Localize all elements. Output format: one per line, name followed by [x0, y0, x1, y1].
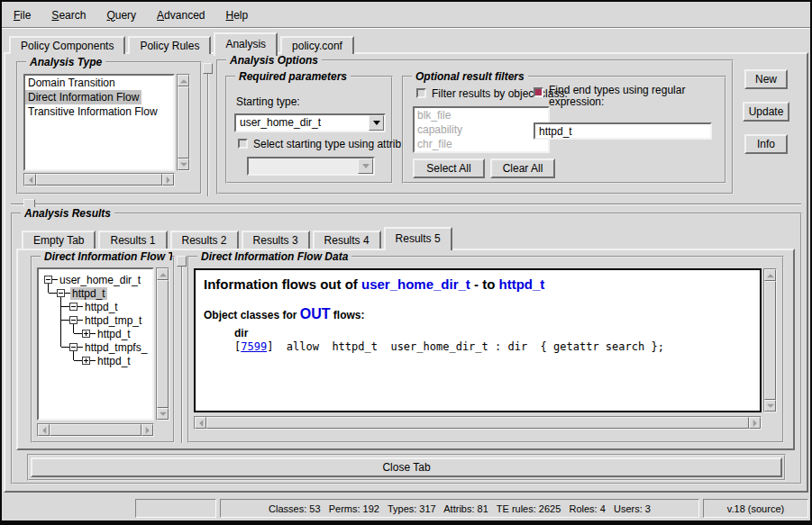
required-parameters-title: Required parameters — [235, 70, 351, 83]
attrib-checkbox-label: Select starting type using attrib: — [253, 139, 404, 150]
analysis-type-vscrollbar[interactable] — [177, 74, 190, 171]
tab-policy-rules[interactable]: Policy Rules — [128, 36, 211, 54]
menu-query[interactable]: Query — [104, 7, 139, 23]
expander-icon[interactable] — [57, 289, 65, 297]
starting-type-value: user_home_dir_t — [236, 115, 369, 131]
attrib-combobox[interactable] — [247, 157, 375, 176]
analysis-type-listbox[interactable]: Domain Transition Direct Information Flo… — [23, 74, 175, 171]
tree-node[interactable]: httpd_t — [39, 354, 152, 367]
flow-data-text[interactable]: Information flows out of user_home_dir_t… — [194, 268, 762, 412]
analysis-type-item[interactable]: Transitive Information Flow — [25, 104, 160, 119]
tree-node[interactable]: httpd_t — [39, 300, 152, 313]
update-button[interactable]: Update — [743, 102, 789, 122]
tab-results-2[interactable]: Results 2 — [170, 231, 239, 249]
flow-heading: Information flows out of user_home_dir_t… — [204, 276, 752, 292]
tab-policy-components[interactable]: Policy Components — [9, 36, 125, 54]
tab-results-1[interactable]: Results 1 — [98, 231, 167, 249]
scroll-right-icon[interactable] — [162, 174, 174, 186]
analysis-type-item[interactable]: Domain Transition — [25, 76, 118, 90]
tab-results-4[interactable]: Results 4 — [313, 231, 381, 249]
object-class-item: capability — [415, 122, 465, 137]
clear-all-button[interactable]: Clear All — [490, 158, 555, 178]
attrib-checkbox[interactable] — [238, 139, 248, 149]
menu-advanced[interactable]: Advanced — [154, 7, 207, 23]
results-sash-handle[interactable] — [177, 256, 187, 267]
analysis-type-item[interactable]: Direct Information Flow — [25, 90, 141, 104]
tree-node[interactable]: httpd_tmp_t — [39, 313, 152, 327]
pane-divider-horizontal — [11, 204, 801, 205]
chevron-down-icon — [358, 158, 373, 174]
analysis-results-title: Analysis Results — [21, 207, 114, 220]
optional-filters-title: Optional result filters — [412, 70, 528, 83]
filter-object-class-checkbox[interactable] — [416, 88, 426, 98]
tab-analysis[interactable]: Analysis — [214, 32, 278, 56]
info-button[interactable]: Info — [744, 134, 788, 154]
tab-policy-conf[interactable]: policy.conf — [280, 36, 354, 54]
tree-node[interactable]: httpd_t — [39, 327, 152, 340]
scroll-thumb[interactable] — [178, 86, 189, 158]
select-all-button[interactable]: Select All — [413, 158, 485, 178]
scroll-right-icon[interactable] — [141, 424, 153, 436]
menu-help[interactable]: Help — [223, 7, 251, 23]
chevron-down-icon[interactable] — [369, 115, 384, 131]
scroll-right-icon[interactable] — [749, 417, 761, 429]
scroll-left-icon[interactable] — [24, 174, 36, 186]
object-classes-line: Object classes for OUT flows: — [204, 306, 752, 322]
expander-icon[interactable] — [82, 330, 90, 338]
scroll-thumb[interactable] — [764, 281, 776, 400]
menu-bar: File Search Query Advanced Help — [2, 4, 810, 26]
starting-type-combobox[interactable]: user_home_dir_t — [234, 113, 386, 132]
data-vscrollbar[interactable] — [763, 268, 777, 412]
menu-search[interactable]: Search — [49, 7, 88, 23]
tree-node[interactable]: httpd_t — [39, 286, 152, 300]
flow-data-title: Direct Information Flow Data — [197, 250, 351, 263]
flow-tree[interactable]: user_home_dir_t httpd_t httpd_t httpd_tm… — [37, 267, 154, 421]
analysis-options-title: Analysis Options — [226, 54, 322, 67]
expander-icon[interactable] — [69, 303, 78, 311]
scroll-up-icon[interactable] — [764, 269, 776, 281]
tab-results-3[interactable]: Results 3 — [242, 231, 310, 249]
expander-icon[interactable] — [82, 357, 90, 365]
tab-results-5[interactable]: Results 5 — [384, 227, 452, 250]
tree-node[interactable]: user_home_dir_t — [39, 273, 152, 286]
flow-tree-title: Direct Information Flow T — [41, 250, 172, 263]
tree-vscrollbar[interactable] — [156, 267, 169, 421]
expander-icon[interactable] — [44, 276, 52, 284]
status-version: v.18 (source) — [703, 499, 808, 518]
scroll-up-icon[interactable] — [178, 75, 189, 86]
analysis-options-panel: Analysis Options Required parameters Sta… — [216, 59, 734, 195]
tree-hscrollbar[interactable] — [37, 423, 154, 437]
tree-node[interactable]: httpd_tmpfs_ — [39, 340, 152, 354]
rule-number-link[interactable]: 7599 — [241, 340, 267, 353]
pane-sash-handle[interactable] — [203, 63, 213, 74]
scroll-down-icon[interactable] — [764, 400, 776, 412]
data-hscrollbar[interactable] — [194, 416, 762, 430]
scroll-thumb[interactable] — [157, 280, 169, 408]
new-button[interactable]: New — [744, 69, 788, 89]
scroll-left-icon[interactable] — [38, 424, 50, 436]
regex-checkbox-row: Find end types using regular expression: — [534, 85, 717, 108]
close-tab-frame: Close Tab — [27, 454, 786, 481]
scroll-thumb[interactable] — [206, 417, 749, 429]
regex-checkbox[interactable] — [534, 87, 543, 97]
analysis-type-hscrollbar[interactable] — [23, 173, 175, 186]
required-parameters-panel: Required parameters Starting type: user_… — [225, 76, 393, 184]
starting-type-label: Starting type: — [236, 95, 300, 108]
scroll-down-icon[interactable] — [157, 408, 169, 420]
expander-icon[interactable] — [69, 343, 78, 351]
scroll-thumb[interactable] — [50, 424, 141, 436]
te-rule-line: [7599] allow httpd_t user_home_dir_t : d… — [234, 340, 752, 353]
object-class-listbox[interactable]: blk_file capability chr_file — [413, 106, 550, 153]
scroll-left-icon[interactable] — [195, 417, 206, 429]
expander-icon[interactable] — [69, 316, 78, 324]
close-tab-button[interactable]: Close Tab — [31, 457, 782, 477]
menu-file[interactable]: File — [11, 7, 33, 23]
regex-input[interactable] — [534, 122, 712, 140]
flow-data-panel: Direct Information Flow Data Information… — [187, 256, 784, 443]
scroll-up-icon[interactable] — [157, 268, 169, 280]
tab-empty[interactable]: Empty Tab — [22, 231, 96, 249]
scroll-down-icon[interactable] — [178, 158, 189, 170]
analysis-tab-page: Analysis Type Domain Transition Direct I… — [4, 52, 808, 493]
scroll-thumb[interactable] — [36, 174, 162, 186]
regex-checkbox-label: Find end types using regular expression: — [549, 85, 717, 108]
